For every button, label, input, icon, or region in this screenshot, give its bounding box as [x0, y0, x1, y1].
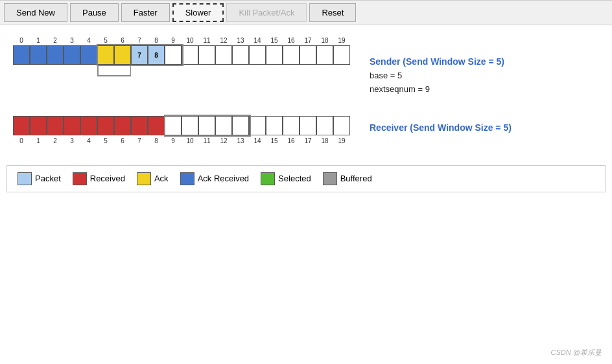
receiver-seq-11: 11 [198, 137, 215, 144]
toolbar-btn-kill-packet-ack: Kill Packet/Ack [226, 3, 307, 22]
sender-packet-17 [300, 45, 316, 65]
toolbar-btn-faster[interactable]: Faster [121, 3, 170, 22]
sender-seq-11: 11 [198, 37, 215, 44]
receiver-seq-15: 15 [266, 137, 283, 144]
sender-packet-14 [249, 45, 266, 65]
sender-seq-1: 1 [30, 37, 47, 44]
legend: PacketReceivedAckAck ReceivedSelectedBuf… [6, 165, 606, 192]
sender-seq-numbers: 012345678910111213141516171819 [13, 37, 350, 44]
sender-window-area: 012345678910111213141516171819 78 [13, 37, 350, 78]
sender-info: Sender (Send Window Size = 5) base = 5 n… [370, 56, 504, 97]
sender-base: base = 5 [370, 69, 504, 83]
receiver-info: Receiver (Send Window Size = 5) [370, 122, 512, 133]
sender-packet-13 [232, 45, 249, 65]
receiver-packet-13 [232, 116, 249, 135]
sender-seq-2: 2 [47, 37, 64, 44]
main-content: 012345678910111213141516171819 78 Sender… [0, 25, 612, 152]
legend-label-buffered: Buffered [340, 174, 372, 183]
receiver-seq-1: 1 [30, 137, 47, 144]
receiver-seq-9: 9 [165, 137, 182, 144]
receiver-packet-19 [333, 116, 350, 135]
sender-packet-5 [97, 45, 114, 65]
toolbar-btn-slower[interactable]: Slower [172, 3, 224, 22]
toolbar-btn-reset[interactable]: Reset [309, 3, 356, 22]
receiver-seq-17: 17 [300, 137, 316, 144]
watermark: CSDN @希乐曼 [551, 348, 602, 358]
toolbar-btn-pause[interactable]: Pause [70, 3, 119, 22]
receiver-packet-11 [198, 116, 215, 135]
legend-label-ack: Ack [154, 174, 169, 183]
receiver-packet-18 [316, 116, 333, 135]
receiver-seq-19: 19 [333, 137, 350, 144]
receiver-packet-17 [300, 116, 316, 135]
sender-packets-row: 78 [13, 45, 350, 65]
legend-box-selected [261, 172, 275, 185]
sender-seq-9: 9 [165, 37, 182, 44]
sender-packet-1 [30, 45, 47, 65]
sender-packet-12 [215, 45, 232, 65]
sender-seq-14: 14 [249, 37, 266, 44]
receiver-seq-12: 12 [215, 137, 232, 144]
receiver-packet-4 [80, 116, 97, 135]
sender-seq-8: 8 [148, 37, 165, 44]
sender-nextseqnum: nextseqnum = 9 [370, 83, 504, 97]
receiver-packet-10 [182, 116, 198, 135]
receiver-packet-15 [266, 116, 283, 135]
sender-seq-5: 5 [97, 37, 114, 44]
sender-title: Sender (Send Window Size = 5) [370, 56, 504, 67]
legend-item-ack-received: Ack Received [180, 172, 249, 185]
receiver-seq-4: 4 [80, 137, 97, 144]
legend-box-buffered [323, 172, 337, 185]
sender-seq-0: 0 [13, 37, 30, 44]
sender-packet-7: 7 [131, 45, 148, 65]
sender-packet-4 [80, 45, 97, 65]
legend-item-packet: Packet [18, 172, 61, 185]
receiver-seq-8: 8 [148, 137, 165, 144]
receiver-packet-0 [13, 116, 30, 135]
receiver-packet-8 [148, 116, 165, 135]
receiver-seq-6: 6 [114, 137, 131, 144]
receiver-packet-12 [215, 116, 232, 135]
receiver-packet-9 [165, 116, 182, 135]
legend-item-buffered: Buffered [323, 172, 372, 185]
sender-packet-2 [47, 45, 64, 65]
receiver-seq-10: 10 [182, 137, 198, 144]
sender-seq-6: 6 [114, 37, 131, 44]
receiver-seq-16: 16 [283, 137, 300, 144]
sender-seq-4: 4 [80, 37, 97, 44]
sender-seq-15: 15 [266, 37, 283, 44]
receiver-seq-7: 7 [131, 137, 148, 144]
receiver-packet-2 [47, 116, 64, 135]
receiver-seq-0: 0 [13, 137, 30, 144]
legend-item-received: Received [73, 172, 125, 185]
toolbar: Send NewPauseFasterSlowerKill Packet/Ack… [0, 0, 612, 25]
legend-box-ack [137, 172, 151, 185]
legend-box-packet [18, 172, 32, 185]
legend-box-ack-received [180, 172, 194, 185]
sender-seq-3: 3 [64, 37, 80, 44]
sender-window-indicator [97, 65, 131, 76]
receiver-seq-5: 5 [97, 137, 114, 144]
sender-seq-16: 16 [283, 37, 300, 44]
sender-seq-10: 10 [182, 37, 198, 44]
receiver-packet-1 [30, 116, 47, 135]
legend-item-ack: Ack [137, 172, 169, 185]
toolbar-btn-send-new[interactable]: Send New [4, 3, 67, 22]
legend-label-selected: Selected [278, 174, 311, 183]
legend-box-received [73, 172, 87, 185]
receiver-packet-3 [64, 116, 80, 135]
receiver-title: Receiver (Send Window Size = 5) [370, 122, 512, 133]
receiver-packet-7 [131, 116, 148, 135]
receiver-seq-numbers: 012345678910111213141516171819 [13, 137, 350, 144]
sender-packet-3 [64, 45, 80, 65]
sender-packet-15 [266, 45, 283, 65]
sender-packet-16 [283, 45, 300, 65]
receiver-seq-3: 3 [64, 137, 80, 144]
sender-packet-0 [13, 45, 30, 65]
sender-packet-9 [165, 45, 182, 65]
sender-packet-18 [316, 45, 333, 65]
sender-packet-6 [114, 45, 131, 65]
receiver-packet-5 [97, 116, 114, 135]
sender-packet-11 [198, 45, 215, 65]
sender-packet-8: 8 [148, 45, 165, 65]
